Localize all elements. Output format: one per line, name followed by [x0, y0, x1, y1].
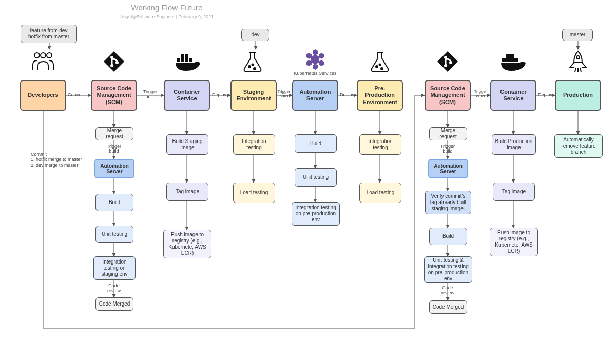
sub-automation-server-2: Automation Server	[428, 159, 468, 178]
sub-automation-server: Automation Server	[94, 159, 134, 178]
svg-point-13	[254, 68, 256, 70]
diagram-subtitle: Angel@Software Engineer | February 9, 20…	[118, 14, 216, 19]
build: Build	[429, 228, 467, 245]
svg-rect-29	[506, 58, 510, 62]
production-node: Production	[555, 80, 601, 111]
svg-point-23	[381, 68, 383, 70]
push-image: Push image to registry (e.g., Kubernete,…	[163, 230, 211, 258]
push-image: Push image to registry (e.g., Kubernete,…	[490, 228, 538, 256]
tag-master: master	[562, 29, 593, 41]
svg-point-2	[47, 53, 52, 58]
edge-deploy: Deploy	[212, 92, 226, 97]
edge-trigger: Trigger build	[436, 144, 459, 154]
svg-marker-19	[313, 64, 318, 70]
edge-deploy: Deploy	[340, 92, 354, 97]
svg-rect-33	[510, 54, 514, 58]
svg-rect-28	[502, 58, 506, 62]
edge-trigger: Trigger build	[473, 89, 488, 98]
remove-feature-branch: Automatically remove feature branch	[554, 134, 603, 158]
scm-node: Source Code Management (SCM)	[91, 80, 137, 111]
integration-preprod: Integration testing on pre-production en…	[292, 202, 340, 226]
automation-server-node: Automation Server	[292, 80, 338, 111]
svg-point-14	[252, 64, 254, 66]
git-icon	[103, 50, 125, 73]
edge-commit: Commit	[68, 92, 84, 97]
svg-point-12	[248, 66, 251, 68]
merge-request: Merge request	[429, 127, 467, 140]
svg-rect-32	[506, 54, 510, 58]
title-block: Working Flow-Future Angel@Software Engin…	[118, 3, 216, 19]
edge-long-commit: Commit 1. hotfix merge to master 2. dev …	[31, 152, 98, 168]
build: Build	[295, 134, 337, 153]
svg-marker-16	[313, 49, 318, 55]
svg-point-22	[376, 66, 378, 68]
scm-node-2: Source Code Management (SCM)	[425, 80, 471, 111]
rocket-icon	[568, 50, 588, 73]
edge-code-review: Code review	[436, 285, 459, 296]
people-icon	[31, 50, 55, 71]
edge-code-review: Code review	[102, 283, 126, 294]
kubernetes-icon	[302, 48, 329, 71]
container-service-node-2: Container Service	[490, 80, 536, 111]
unit-testing: Unit testing	[295, 168, 337, 187]
container-service-node: Container Service	[164, 80, 210, 111]
docker-icon	[499, 51, 527, 72]
edge-deploy: Deploy	[538, 92, 552, 97]
svg-rect-31	[514, 58, 518, 62]
svg-point-34	[576, 56, 580, 59]
preprod-env-node: Pre-Production Environment	[357, 80, 403, 111]
code-merged: Code Merged	[95, 297, 133, 311]
git-icon	[436, 50, 459, 73]
svg-rect-11	[185, 54, 188, 58]
edge-trigger: Trigger build	[102, 144, 126, 154]
tag-feature: feature from dev hotfix from master	[21, 25, 77, 43]
integration-testing: Integration testing	[359, 134, 401, 155]
kubernetes-caption: Kubernetes Services	[292, 71, 339, 76]
build-prod-image: Build Production image	[492, 134, 536, 155]
svg-point-0	[34, 53, 40, 58]
svg-point-24	[379, 64, 381, 66]
docker-icon	[174, 51, 201, 72]
unit-int-preprod: Unit testing & Integration testing on pr…	[424, 256, 472, 283]
diagram-canvas: Working Flow-Future Angel@Software Engin…	[0, 0, 616, 364]
load-testing: Load testing	[233, 183, 275, 203]
merge-request: Merge request	[95, 127, 133, 140]
build: Build	[95, 194, 133, 211]
tag-image: Tag image	[493, 183, 535, 201]
svg-rect-10	[181, 54, 184, 58]
edge-trigger: Trigger build	[277, 89, 291, 98]
tag-dev: dev	[241, 29, 270, 41]
developers-node: Developers	[20, 80, 66, 111]
integration-testing: Integration testing	[233, 134, 275, 155]
svg-rect-7	[181, 58, 184, 62]
svg-point-1	[41, 53, 46, 58]
tag-image: Tag image	[166, 183, 208, 201]
flask-icon	[370, 50, 390, 73]
svg-rect-30	[510, 58, 514, 62]
load-testing: Load testing	[359, 183, 401, 203]
unit-testing: Unit testing	[95, 226, 133, 243]
flask-icon	[242, 50, 263, 73]
code-merged: Code Merged	[429, 300, 467, 314]
staging-env-node: Staging Environment	[230, 80, 277, 111]
svg-rect-8	[185, 58, 188, 62]
verify-commit-tag: Verify commit's tag already built stagin…	[425, 191, 471, 214]
svg-marker-15	[311, 54, 319, 65]
build-staging-image: Build Staging image	[166, 134, 208, 155]
svg-rect-9	[189, 58, 192, 62]
diagram-title: Working Flow-Future	[118, 3, 216, 13]
integration-staging: Integration testing on staging env	[93, 256, 136, 280]
svg-rect-6	[177, 58, 180, 62]
edge-trigger: Trigger build	[140, 89, 161, 100]
